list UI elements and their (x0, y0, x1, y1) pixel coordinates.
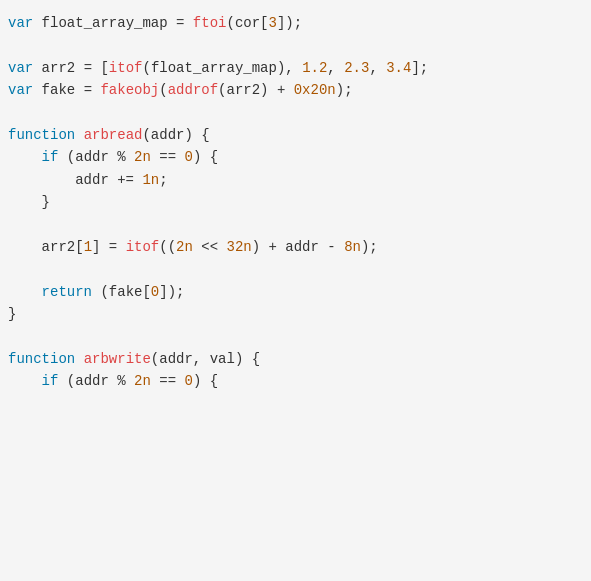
blank-line-3 (8, 214, 583, 236)
blank-line-5 (8, 325, 583, 347)
code-editor: var float_array_map = ftoi(cor[3]); var … (0, 0, 591, 581)
code-line-11: function arbwrite(addr, val) { (8, 348, 583, 370)
code-line-8: arr2[1] = itof((2n << 32n) + addr - 8n); (8, 236, 583, 258)
code-line-5: if (addr % 2n == 0) { (8, 146, 583, 168)
blank-line-1 (8, 34, 583, 56)
code-line-4: function arbread(addr) { (8, 124, 583, 146)
code-line-12: if (addr % 2n == 0) { (8, 370, 583, 392)
code-line-1: var float_array_map = ftoi(cor[3]); (8, 12, 583, 34)
code-line-7: } (8, 191, 583, 213)
code-line-10: } (8, 303, 583, 325)
blank-line-4 (8, 258, 583, 280)
code-line-6: addr += 1n; (8, 169, 583, 191)
blank-line-2 (8, 102, 583, 124)
code-line-2: var arr2 = [itof(float_array_map), 1.2, … (8, 57, 583, 79)
code-line-3: var fake = fakeobj(addrof(arr2) + 0x20n)… (8, 79, 583, 101)
code-line-9: return (fake[0]); (8, 281, 583, 303)
